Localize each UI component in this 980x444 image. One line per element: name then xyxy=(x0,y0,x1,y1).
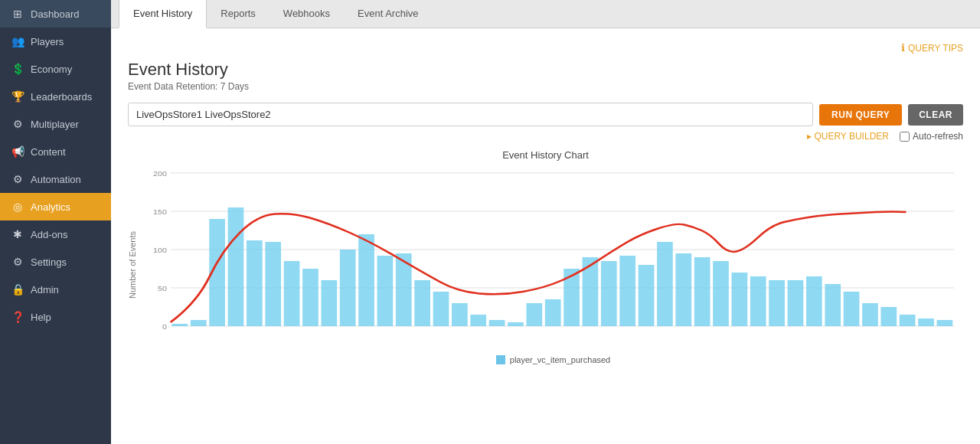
query-tips-link[interactable]: ℹ QUERY TIPS xyxy=(901,42,963,54)
sidebar-item-multiplayer[interactable]: ⚙Multiplayer xyxy=(0,110,111,138)
sidebar-item-help[interactable]: ❓Help xyxy=(0,303,111,331)
y-axis-label: Number of Events xyxy=(128,165,143,364)
svg-rect-50 xyxy=(918,318,934,326)
svg-rect-16 xyxy=(284,261,300,326)
svg-rect-47 xyxy=(862,303,878,326)
svg-rect-17 xyxy=(302,269,318,326)
svg-rect-15 xyxy=(265,242,281,326)
settings-icon: ⚙ xyxy=(11,256,24,268)
sidebar-item-automation[interactable]: ⚙Automation xyxy=(0,165,111,193)
chart-inner: 050100150200 player_vc_item_purchased xyxy=(143,165,963,364)
subtitle: Event Data Retention: 7 Days xyxy=(128,81,963,92)
economy-icon: 💲 xyxy=(11,63,24,75)
sidebar-label-players: Players xyxy=(31,36,64,47)
addons-icon: ✱ xyxy=(11,228,24,240)
svg-rect-51 xyxy=(937,320,953,326)
chevron-down-icon: ▸ xyxy=(807,131,812,142)
svg-rect-31 xyxy=(564,269,580,326)
sidebar-label-addons: Add-ons xyxy=(31,229,67,240)
svg-rect-19 xyxy=(340,250,356,326)
clear-button[interactable]: CLEAR xyxy=(908,104,963,126)
sidebar-label-multiplayer: Multiplayer xyxy=(31,119,79,130)
admin-icon: 🔒 xyxy=(11,283,24,295)
query-tips-label: QUERY TIPS xyxy=(908,43,963,54)
sidebar-label-help: Help xyxy=(31,312,51,323)
svg-rect-33 xyxy=(601,261,617,326)
svg-rect-38 xyxy=(694,257,710,326)
svg-text:0: 0 xyxy=(162,323,167,331)
svg-rect-23 xyxy=(414,280,430,326)
chart-legend: player_vc_item_purchased xyxy=(143,355,963,364)
svg-rect-21 xyxy=(377,256,394,326)
svg-text:200: 200 xyxy=(153,170,167,178)
page-title: Event History xyxy=(128,60,963,80)
svg-rect-28 xyxy=(508,322,524,326)
svg-rect-46 xyxy=(844,292,860,326)
sidebar-label-analytics: Analytics xyxy=(31,201,70,213)
sidebar-item-content[interactable]: 📢Content xyxy=(0,138,111,165)
auto-refresh-label[interactable]: Auto-refresh xyxy=(900,131,963,142)
sidebar-label-economy: Economy xyxy=(31,64,72,75)
svg-rect-45 xyxy=(825,284,841,326)
sidebar-item-economy[interactable]: 💲Economy xyxy=(0,55,111,83)
query-builder-label: QUERY BUILDER xyxy=(814,131,889,142)
svg-rect-10 xyxy=(172,324,188,326)
svg-rect-30 xyxy=(545,299,561,326)
sidebar: ⊞Dashboard👥Players💲Economy🏆Leaderboards⚙… xyxy=(0,0,111,444)
svg-rect-39 xyxy=(713,261,729,326)
svg-rect-13 xyxy=(228,207,244,326)
sidebar-label-admin: Admin xyxy=(31,284,59,295)
chart-title: Event History Chart xyxy=(128,149,963,161)
svg-rect-35 xyxy=(639,265,655,326)
tab-event-history[interactable]: Event History xyxy=(119,0,207,28)
sidebar-item-settings[interactable]: ⚙Settings xyxy=(0,248,111,276)
svg-rect-37 xyxy=(675,253,691,326)
svg-rect-49 xyxy=(900,315,916,326)
legend-color-box xyxy=(496,355,505,364)
run-query-button[interactable]: RUN QUERY xyxy=(819,104,902,126)
help-icon: ❓ xyxy=(11,311,24,323)
sidebar-label-settings: Settings xyxy=(31,256,67,268)
svg-rect-32 xyxy=(583,257,599,326)
svg-rect-34 xyxy=(619,256,635,326)
auto-refresh-checkbox[interactable] xyxy=(900,132,910,142)
chart-svg: 050100150200 xyxy=(143,165,963,349)
tab-bar: Event HistoryReportsWebhooksEvent Archiv… xyxy=(111,0,980,28)
svg-rect-20 xyxy=(358,234,374,326)
svg-rect-41 xyxy=(750,276,766,326)
svg-rect-42 xyxy=(769,280,785,326)
sidebar-item-addons[interactable]: ✱Add-ons xyxy=(0,220,111,248)
query-options: ▸ QUERY BUILDER Auto-refresh xyxy=(128,131,963,142)
chart-container: Event History Chart Number of Events 050… xyxy=(128,149,963,364)
svg-rect-11 xyxy=(191,320,207,326)
leaderboards-icon: 🏆 xyxy=(11,90,24,103)
svg-text:50: 50 xyxy=(158,285,167,292)
sidebar-item-admin[interactable]: 🔒Admin xyxy=(0,276,111,303)
tab-reports[interactable]: Reports xyxy=(207,0,270,28)
sidebar-item-dashboard[interactable]: ⊞Dashboard xyxy=(0,0,111,28)
svg-rect-18 xyxy=(321,280,337,326)
sidebar-label-dashboard: Dashboard xyxy=(31,8,80,20)
tab-event-archive[interactable]: Event Archive xyxy=(344,0,433,28)
multiplayer-icon: ⚙ xyxy=(11,118,24,130)
automation-icon: ⚙ xyxy=(11,173,24,185)
info-icon: ℹ xyxy=(901,42,905,54)
query-input[interactable] xyxy=(128,103,813,126)
svg-text:150: 150 xyxy=(153,208,167,216)
svg-rect-24 xyxy=(433,292,449,326)
sidebar-item-analytics[interactable]: ◎Analytics xyxy=(0,193,111,220)
query-bar: RUN QUERY CLEAR xyxy=(128,103,963,126)
content-area: ℹ QUERY TIPS Event History Event Data Re… xyxy=(111,28,980,444)
svg-rect-14 xyxy=(247,240,263,326)
sidebar-item-players[interactable]: 👥Players xyxy=(0,28,111,55)
svg-rect-26 xyxy=(470,315,486,326)
sidebar-label-leaderboards: Leaderboards xyxy=(31,91,92,103)
chart-wrap: Number of Events 050100150200 player_vc_… xyxy=(128,165,963,364)
query-builder-link[interactable]: ▸ QUERY BUILDER xyxy=(807,131,889,142)
sidebar-label-automation: Automation xyxy=(31,174,81,185)
svg-rect-27 xyxy=(489,320,505,326)
legend-label: player_vc_item_purchased xyxy=(510,355,610,364)
svg-text:100: 100 xyxy=(153,246,167,254)
tab-webhooks[interactable]: Webhooks xyxy=(270,0,344,28)
sidebar-item-leaderboards[interactable]: 🏆Leaderboards xyxy=(0,83,111,110)
